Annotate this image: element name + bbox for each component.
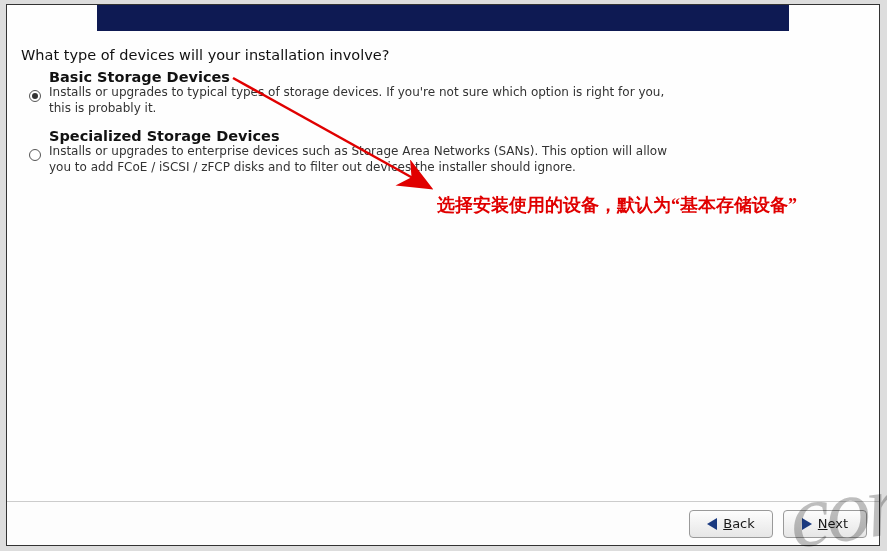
back-button[interactable]: Back: [689, 510, 773, 538]
radio-icon[interactable]: [29, 90, 41, 102]
storage-device-options: Basic Storage Devices Installs or upgrad…: [29, 69, 667, 187]
annotation-text: 选择安装使用的设备，默认为“基本存储设备”: [437, 193, 797, 217]
option-specialized-storage[interactable]: Specialized Storage Devices Installs or …: [29, 128, 667, 175]
option-basic-storage[interactable]: Basic Storage Devices Installs or upgrad…: [29, 69, 667, 116]
option-title: Specialized Storage Devices: [49, 128, 667, 144]
installer-window: What type of devices will your installat…: [6, 4, 880, 546]
footer-bar: Back Next: [7, 501, 879, 545]
radio-icon[interactable]: [29, 149, 41, 161]
option-description: Installs or upgrades to typical types of…: [49, 85, 664, 116]
arrow-right-icon: [802, 518, 812, 530]
header-banner: [97, 5, 789, 31]
back-button-label: Back: [723, 516, 755, 531]
next-button-label: Next: [818, 516, 848, 531]
next-button[interactable]: Next: [783, 510, 867, 538]
arrow-left-icon: [707, 518, 717, 530]
option-title: Basic Storage Devices: [49, 69, 664, 85]
page-question: What type of devices will your installat…: [21, 47, 389, 63]
option-description: Installs or upgrades to enterprise devic…: [49, 144, 667, 175]
